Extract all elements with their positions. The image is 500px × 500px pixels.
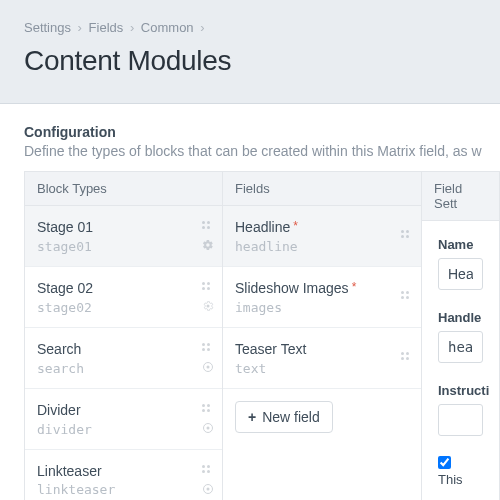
block-type-label: Divider (37, 401, 210, 420)
block-type-handle: stage02 (37, 300, 210, 315)
breadcrumb-item[interactable]: Common (141, 20, 194, 35)
field-handle: headline (235, 239, 409, 254)
block-type-item[interactable]: Linkteaser linkteaser (25, 450, 222, 500)
svg-point-6 (207, 487, 210, 490)
field-item[interactable]: Teaser Text text (223, 328, 421, 389)
breadcrumb-item[interactable]: Settings (24, 20, 71, 35)
drag-handle-icon[interactable] (401, 352, 413, 364)
drag-handle-icon[interactable] (202, 404, 214, 416)
block-type-handle: search (37, 361, 210, 376)
instructions-input[interactable] (438, 404, 483, 436)
chevron-right-icon: › (130, 20, 134, 35)
field-item[interactable]: Headline* headline (223, 206, 421, 267)
field-settings-header: Field Sett (422, 172, 499, 221)
new-field-label: New field (262, 409, 320, 425)
block-type-handle: linkteaser (37, 482, 210, 497)
block-type-handle: divider (37, 422, 210, 437)
required-icon: * (352, 280, 357, 294)
required-checkbox-row[interactable]: This (438, 457, 463, 487)
block-types-column: Block Types Stage 01 stage01 Stage 02 st… (25, 172, 223, 500)
field-item[interactable]: Slideshow Images* images (223, 267, 421, 328)
gear-icon[interactable] (202, 361, 214, 373)
drag-handle-icon[interactable] (202, 343, 214, 355)
gear-icon[interactable] (202, 300, 214, 312)
svg-point-0 (207, 304, 210, 307)
field-handle: images (235, 300, 409, 315)
field-settings-column: Field Sett Name Handle Instructi (422, 172, 500, 500)
drag-handle-icon[interactable] (401, 291, 413, 303)
drag-handle-icon[interactable] (202, 282, 214, 294)
block-type-item[interactable]: Search search (25, 328, 222, 389)
required-checkbox-label: This (438, 472, 463, 487)
svg-point-2 (207, 365, 210, 368)
chevron-right-icon: › (78, 20, 82, 35)
field-label: Headline* (235, 218, 409, 237)
config-heading: Configuration (24, 124, 500, 140)
block-type-handle: stage01 (37, 239, 210, 254)
block-type-label: Linkteaser (37, 462, 210, 481)
name-label: Name (438, 237, 483, 252)
gear-icon[interactable] (202, 422, 214, 434)
matrix-config-grid: Block Types Stage 01 stage01 Stage 02 st… (24, 171, 500, 500)
field-label: Teaser Text (235, 340, 409, 359)
chevron-right-icon: › (200, 20, 204, 35)
block-type-label: Search (37, 340, 210, 359)
breadcrumb-item[interactable]: Fields (89, 20, 124, 35)
instructions-label: Instructi (438, 383, 483, 398)
gear-icon[interactable] (202, 483, 214, 495)
handle-label: Handle (438, 310, 483, 325)
name-input[interactable] (438, 258, 483, 290)
block-types-header: Block Types (25, 172, 222, 206)
drag-handle-icon[interactable] (401, 230, 413, 242)
block-type-item[interactable]: Stage 01 stage01 (25, 206, 222, 267)
drag-handle-icon[interactable] (202, 221, 214, 233)
fields-column: Fields Headline* headline Slideshow Imag… (223, 172, 422, 500)
new-field-button[interactable]: + New field (235, 401, 333, 433)
gear-icon[interactable] (202, 239, 214, 251)
field-label: Slideshow Images* (235, 279, 409, 298)
required-icon: * (293, 219, 298, 233)
config-description: Define the types of blocks that can be c… (24, 143, 500, 159)
block-type-item[interactable]: Divider divider (25, 389, 222, 450)
svg-point-4 (207, 426, 210, 429)
fields-header: Fields (223, 172, 421, 206)
required-checkbox[interactable] (438, 456, 451, 469)
block-type-item[interactable]: Stage 02 stage02 (25, 267, 222, 328)
breadcrumb: Settings › Fields › Common › (24, 20, 476, 35)
plus-icon: + (248, 409, 256, 425)
block-type-label: Stage 02 (37, 279, 210, 298)
field-handle: text (235, 361, 409, 376)
handle-input[interactable] (438, 331, 483, 363)
drag-handle-icon[interactable] (202, 465, 214, 477)
block-type-label: Stage 01 (37, 218, 210, 237)
page-title: Content Modules (24, 45, 476, 77)
